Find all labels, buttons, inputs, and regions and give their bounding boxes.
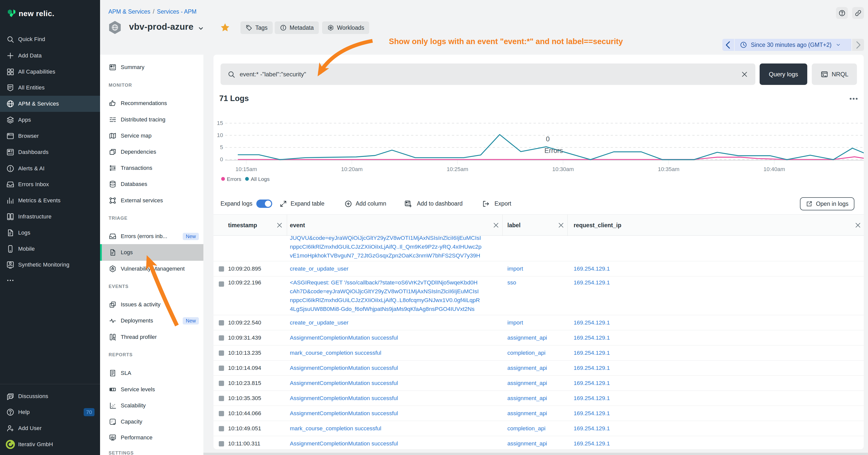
tags-button[interactable]: Tags [241,22,273,34]
subnav-item-recommendations[interactable]: Recommendations [100,95,204,111]
row-expand-marker[interactable] [219,396,224,401]
subnav-item-sla[interactable]: SLA [100,365,204,382]
cell-request-client-ip[interactable]: 169.254.129.1 [574,333,610,342]
log-row-partial[interactable]: JUQVU&code=eyJraWQiOiJjcGltY29yZV8wOTI1M… [214,235,864,261]
rail-item-apps[interactable]: Apps [0,112,100,128]
workloads-button[interactable]: Workloads [322,22,369,34]
subnav-item-issues-activity[interactable]: Issues & activity [100,296,204,313]
log-row[interactable]: 10:10:14.094AssignmentCompletionMutation… [214,360,864,376]
export-button[interactable]: Export [495,197,511,210]
log-row[interactable]: 10:11:00.311AssignmentCompletionMutation… [214,436,864,449]
rail-item-[interactable] [0,272,100,289]
log-row[interactable]: 10:09:20.895create_or_update_userimport1… [214,261,864,277]
cell-request-client-ip[interactable]: 169.254.129.1 [574,394,610,402]
cell-label[interactable]: import [507,318,523,327]
breadcrumb-apm-services[interactable]: APM & Services [108,8,150,15]
row-expand-marker[interactable] [219,335,224,340]
log-row[interactable]: 10:10:49.051mark_course_completion succe… [214,421,864,436]
rail-item-quick-find[interactable]: Quick Find [0,31,100,47]
column-header-label[interactable]: label [507,215,521,236]
subnav-item-transactions[interactable]: Transactions [100,160,204,176]
subnav-item-distributed-tracing[interactable]: Distributed tracing [100,111,204,128]
cell-label[interactable]: assignment_api [507,409,547,418]
subnav-item-external-services[interactable]: External services [100,192,204,209]
cell-event[interactable]: <ASGIRequest: GET '/sso/callback/?state=… [290,278,496,314]
subnav-item-vulnerability-management[interactable]: Vulnerability Management [100,260,204,277]
cell-request-client-ip[interactable]: 169.254.129.1 [574,264,610,273]
rail-item-all-entities[interactable]: All Entities [0,79,100,96]
subnav-item-deployments[interactable]: DeploymentsNew [100,313,204,329]
rail-item-synthetic-monitoring[interactable]: Synthetic Monitoring [0,257,100,273]
help-button[interactable] [836,7,848,19]
time-picker-previous-button[interactable] [722,39,734,51]
breadcrumb-services-apm[interactable]: Services - APM [157,8,196,15]
rail-item-add-data[interactable]: Add Data [0,47,100,64]
row-expand-marker[interactable] [219,381,224,386]
rail-item-iterativ-gmbh[interactable]: Iterativ GmbH [0,436,100,453]
rail-item-infrastructure[interactable]: Infrastructure [0,208,100,225]
cell-event[interactable]: AssignmentCompletionMutation successful [290,409,496,418]
rail-item-alerts-ai[interactable]: Alerts & AI [0,161,100,176]
add-to-dashboard-button[interactable]: Add to dashboard [417,197,463,210]
cell-label[interactable]: import [507,264,523,273]
cell-event[interactable]: AssignmentCompletionMutation successful [290,333,496,342]
log-row[interactable]: 10:09:22.196<ASGIRequest: GET '/sso/call… [214,277,864,315]
subnav-item-thread-profiler[interactable]: Thread profiler [100,329,204,346]
row-expand-marker[interactable] [219,320,224,325]
cell-event[interactable]: AssignmentCompletionMutation successful [290,379,496,388]
rail-item-apm-services[interactable]: APM & Services [0,96,100,112]
subnav-item-errors-errors-inb[interactable]: Errors (errors inb...New [100,228,204,245]
subnav-item-capacity[interactable]: Capacity [100,414,204,430]
log-row[interactable]: 10:10:44.066AssignmentCompletionMutation… [214,406,864,421]
log-row[interactable]: 10:09:31.439AssignmentCompletionMutation… [214,330,864,346]
row-expand-marker[interactable] [219,282,224,287]
row-expand-marker[interactable] [219,351,224,356]
logs-query-input[interactable] [240,71,740,78]
cell-label[interactable]: sso [507,278,516,287]
subnav-item-summary[interactable]: Summary [100,59,204,75]
row-expand-marker[interactable] [219,441,224,447]
rail-item-errors-inbox[interactable]: Errors Inbox [0,176,100,193]
row-expand-marker[interactable] [219,365,224,371]
entity-switcher-caret-icon[interactable] [197,25,204,32]
cell-label[interactable]: assignment_api [507,333,547,342]
cell-event[interactable]: mark_course_completion successful [290,424,496,433]
cell-request-client-ip[interactable]: 169.254.129.1 [574,349,610,357]
row-expand-marker[interactable] [219,266,224,271]
cell-request-client-ip[interactable]: 169.254.129.1 [574,424,610,433]
favorite-star-icon[interactable] [220,22,230,33]
cell-event[interactable]: AssignmentCompletionMutation successful [290,439,496,448]
cell-request-client-ip[interactable]: 169.254.129.1 [574,439,610,448]
cell-label[interactable]: completion_api [507,349,546,357]
subnav-item-databases[interactable]: Databases [100,176,204,193]
remove-request-client-ip-column-icon[interactable] [854,221,862,229]
rail-item-dashboards[interactable]: Dashboards [0,144,100,160]
remove-label-column-icon[interactable] [557,221,565,229]
cell-request-client-ip[interactable]: 169.254.129.1 [574,379,610,388]
cell-event[interactable]: JUQVU&code=eyJraWQiOiJjcGltY29yZV8wOTI1M… [290,235,496,260]
new-relic-logo[interactable]: new relic. [5,7,81,20]
column-header-request-client-ip[interactable]: request_client_ip [574,215,621,236]
cell-request-client-ip[interactable]: 169.254.129.1 [574,318,610,327]
row-expand-marker[interactable] [219,411,224,416]
rail-item-add-user[interactable]: Add User [0,420,100,436]
log-row[interactable]: 10:09:22.540create_or_update_userimport1… [214,315,864,330]
rail-item-help[interactable]: Help70 [0,404,100,420]
cell-label[interactable]: completion_api [507,424,546,433]
subnav-item-service-levels[interactable]: Service levels [100,381,204,398]
row-expand-marker[interactable] [219,426,224,431]
rail-item-logs[interactable]: Logs [0,225,100,241]
nrql-button[interactable]: NRQL [812,64,857,85]
log-row[interactable]: 10:10:35.305AssignmentCompletionMutation… [214,391,864,406]
logs-more-menu-icon[interactable] [848,95,859,102]
rail-item-all-capabilities[interactable]: All Capabilities [0,64,100,80]
cell-event[interactable]: AssignmentCompletionMutation successful [290,363,496,372]
subnav-item-scalability[interactable]: Scalability [100,397,204,414]
rail-item-metrics-events[interactable]: Metrics & Events [0,193,100,208]
cell-label[interactable]: assignment_api [507,439,547,448]
subnav-item-performance[interactable]: Performance [100,429,204,446]
cell-event[interactable]: create_or_update_user [290,318,496,327]
remove-event-column-icon[interactable] [492,221,500,229]
horizontal-scrollbar[interactable] [204,453,868,455]
logs-timeseries-chart[interactable]: 15105010:15am10:20am10:25am10:30am10:35a… [214,115,864,186]
